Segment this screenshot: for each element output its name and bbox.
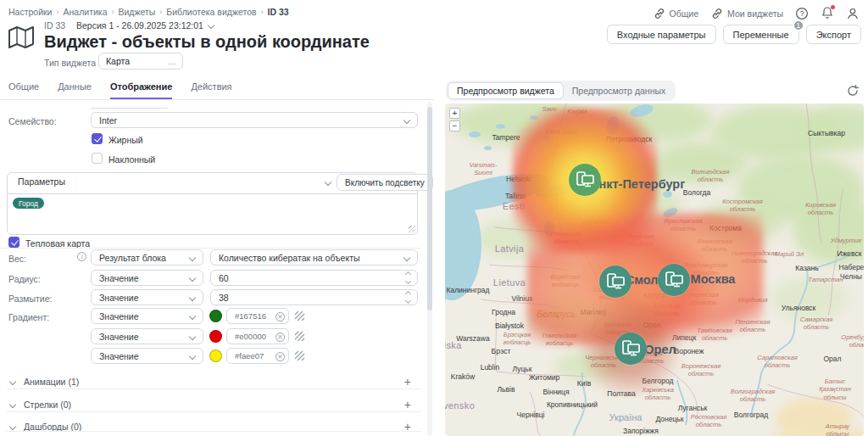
map-label: Казань [795, 264, 818, 273]
breadcrumb-separator: › [111, 8, 114, 16]
chevron-down-icon [403, 117, 410, 124]
tab-display[interactable]: Отображение [110, 81, 172, 99]
tab-preview-widget[interactable]: Предпросмотр виджета [448, 82, 564, 99]
variables-button[interactable]: Переменные 1 [723, 25, 799, 44]
color-swatch[interactable] [209, 349, 222, 362]
map-marker[interactable] [569, 164, 601, 196]
blur-value: 38 [219, 293, 229, 303]
breadcrumb-item[interactable]: Виджеты [118, 7, 155, 17]
my-widgets-link[interactable]: Мои виджеты [710, 7, 783, 20]
map-label: Ульяновск [782, 304, 816, 313]
scrollbar[interactable] [427, 102, 432, 436]
map-label: Полтава [607, 389, 635, 399]
section-animations[interactable]: Анимации (1) + [0, 375, 421, 392]
italic-checkbox[interactable] [92, 153, 103, 164]
variables-button-label: Переменные [733, 30, 789, 40]
user-icon[interactable] [846, 7, 860, 20]
common-link[interactable]: Общие [653, 7, 699, 20]
widget-type-input[interactable]: Карта ... [98, 53, 183, 70]
ellipsis-icon[interactable]: ... [168, 56, 175, 66]
tab-general[interactable]: Общие [8, 81, 39, 99]
map-label: Гродна [492, 308, 515, 317]
add-icon[interactable]: + [404, 398, 411, 411]
color-hex-input[interactable]: #e00000 ✕ [226, 328, 289, 344]
section-dashboards[interactable]: Дашборды (0) + [0, 420, 421, 436]
zoom-out-button[interactable]: − [449, 120, 460, 131]
blur-mode-value: Значение [99, 293, 139, 303]
notifications-button[interactable] [821, 6, 834, 21]
divider [7, 411, 421, 412]
family-select[interactable]: Inter [91, 112, 418, 128]
resize-handle[interactable] [409, 226, 415, 232]
weight-source-select[interactable]: Результат блока [91, 249, 203, 266]
tab-actions[interactable]: Действия [191, 81, 231, 99]
weight-value-select[interactable]: Количество кибератак на объекты [210, 249, 418, 266]
color-hex-value: #faee07 [235, 351, 264, 361]
scrollbar-thumb[interactable] [427, 107, 432, 310]
number-stepper[interactable] [406, 292, 410, 303]
random-color-icon[interactable] [294, 310, 305, 321]
bold-checkbox[interactable] [92, 133, 103, 144]
map-label: Воронежская область [682, 362, 721, 378]
map-canvas[interactable]: + − Санкт-ПетербургСмоленскМоскваОрелTam… [445, 103, 864, 436]
map-marker[interactable] [658, 264, 690, 296]
color-hex-value: #167516 [235, 311, 266, 321]
parameter-tag[interactable]: Город [13, 198, 44, 209]
gradient-mode-select[interactable]: Значение [91, 348, 203, 364]
map-label: Кировская область [805, 201, 836, 217]
gradient-mode-select[interactable]: Значение [91, 328, 203, 344]
color-hex-value: #e00000 [235, 332, 266, 341]
clear-icon[interactable]: ✕ [275, 333, 285, 342]
breadcrumb-item[interactable]: Аналитика [64, 7, 108, 17]
gradient-mode-select[interactable]: Значение [91, 308, 203, 324]
breadcrumb-item[interactable]: Библиотека виджетов [166, 7, 256, 17]
variables-badge: 1 [793, 20, 804, 31]
random-color-icon[interactable] [294, 331, 305, 342]
map-label: Savo [542, 105, 556, 113]
gradient-mode-value: Значение [99, 311, 139, 321]
parameters-select[interactable]: Параметры [18, 176, 65, 187]
color-swatch[interactable] [209, 330, 222, 343]
bold-label: Жирный [108, 135, 143, 145]
tab-preview-data[interactable]: Предпросмотр данных [564, 82, 675, 99]
clear-icon[interactable]: ✕ [275, 352, 285, 361]
breadcrumb-item[interactable]: Настройки [8, 7, 53, 17]
add-icon[interactable]: + [404, 375, 411, 388]
map-label: Волгоград [734, 411, 768, 420]
help-icon[interactable]: ? [795, 7, 809, 20]
color-hex-input[interactable]: #faee07 ✕ [226, 348, 289, 364]
radius-mode-value: Значение [99, 273, 139, 283]
map-label: Татарстан [808, 276, 843, 283]
heatmap-checkbox[interactable] [8, 237, 19, 248]
app-window: Настройки› Аналитика› Виджеты› Библиотек… [0, 0, 868, 436]
map-marker[interactable] [599, 266, 632, 298]
widget-type-value: Карта [106, 56, 130, 66]
clear-icon[interactable]: ✕ [275, 312, 285, 321]
tab-data[interactable]: Данные [58, 81, 92, 99]
color-hex-input[interactable]: #167516 ✕ [226, 308, 289, 324]
map-label: Lublin [481, 363, 500, 372]
section-arrows[interactable]: Стрелки (0) + [0, 398, 421, 415]
random-color-icon[interactable] [294, 350, 305, 361]
zoom-in-button[interactable]: + [449, 108, 460, 119]
common-link-label: Общие [670, 8, 699, 19]
radius-value: 60 [219, 273, 229, 283]
blur-mode-select[interactable]: Значение [91, 289, 203, 305]
color-swatch[interactable] [209, 310, 222, 322]
version-selector[interactable]: Версия 1 - 26.09.2025 23:12:01 [76, 20, 214, 31]
refresh-icon[interactable] [846, 84, 860, 98]
map-label: Костромская область [722, 198, 762, 214]
info-icon[interactable]: i [77, 252, 86, 261]
map-marker[interactable] [615, 333, 647, 365]
blur-input[interactable]: 38 [210, 289, 418, 305]
export-button[interactable]: Экспорт [806, 25, 861, 44]
enable-highlight-button[interactable]: Включить подсветку [337, 174, 433, 191]
map-label: Орел [643, 321, 661, 330]
input-params-button[interactable]: Входные параметры [607, 25, 716, 44]
map-book-icon [7, 23, 36, 52]
number-stepper[interactable] [406, 272, 410, 283]
radius-mode-select[interactable]: Значение [91, 270, 203, 286]
map-label: Житомир [529, 373, 559, 383]
gradient-mode-value: Значение [99, 351, 139, 361]
radius-input[interactable]: 60 [210, 270, 418, 286]
